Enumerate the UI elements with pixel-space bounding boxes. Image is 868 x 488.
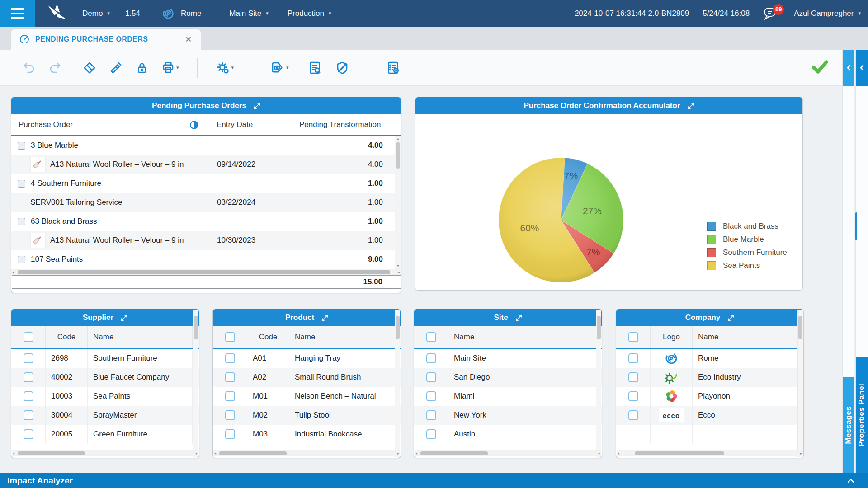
column-purchase-order[interactable]: Purchase Order — [11, 114, 209, 135]
row-checkbox[interactable] — [426, 410, 436, 420]
table-row[interactable] — [616, 425, 803, 444]
user-menu[interactable]: Azul Campregher▾ — [794, 9, 861, 18]
select-all-checkbox[interactable] — [24, 332, 33, 342]
column-pending-transformation[interactable]: Pending Transformation — [289, 114, 401, 135]
company-logo-icon[interactable] — [162, 7, 175, 20]
row-checkbox[interactable] — [24, 372, 33, 382]
pending-row[interactable]: −63 Black and Brass1.00 — [11, 212, 401, 231]
table-row[interactable]: 10003Sea Paints — [11, 387, 199, 406]
table-row[interactable]: 40002Blue Faucet Company — [11, 368, 199, 387]
column-code[interactable]: Code — [247, 326, 289, 348]
expand-panel-icon[interactable] — [727, 314, 734, 321]
confirm-button[interactable] — [809, 59, 831, 76]
row-checkbox[interactable] — [24, 410, 33, 420]
tab-close-icon[interactable]: ✕ — [183, 34, 194, 45]
table-row[interactable]: San Diego — [414, 368, 602, 387]
row-checkbox[interactable] — [24, 429, 33, 439]
select-all-checkbox[interactable] — [426, 332, 436, 342]
vertical-scrollbar[interactable] — [596, 310, 601, 457]
environment-selector[interactable]: Demo▾ — [82, 9, 110, 18]
row-checkbox[interactable] — [24, 391, 33, 401]
pending-row[interactable]: −107 Sea Paints9.00 — [11, 250, 401, 269]
collapse-properties-button[interactable] — [856, 50, 868, 86]
table-row[interactable]: New York — [414, 406, 602, 425]
column-code[interactable]: Code — [46, 326, 88, 348]
row-checkbox[interactable] — [225, 429, 235, 439]
row-checkbox[interactable] — [628, 391, 638, 401]
table-row[interactable]: M01Nelson Bench – Natural — [213, 387, 401, 406]
table-row[interactable]: 20005Green Furniture — [11, 425, 199, 444]
table-row[interactable]: Miami — [414, 387, 602, 406]
undo-button[interactable] — [20, 59, 38, 76]
table-row[interactable]: M03Industrial Bookcase — [213, 425, 401, 444]
table-row[interactable]: eccoEcco — [616, 406, 803, 425]
vertical-scrollbar[interactable]: ▲▼ — [395, 136, 401, 269]
expand-panel-icon[interactable] — [121, 314, 127, 321]
table-row[interactable]: M02Tulip Stool — [213, 406, 401, 425]
row-checkbox[interactable] — [426, 353, 436, 363]
expand-panel-icon[interactable] — [254, 103, 260, 109]
collapse-messages-button[interactable] — [843, 50, 854, 86]
pending-row[interactable]: −4 Southern Furniture1.00 — [11, 174, 401, 193]
design-button[interactable] — [107, 59, 124, 76]
pending-row[interactable]: −3 Blue Marble4.00 — [11, 136, 401, 155]
vertical-scrollbar[interactable] — [797, 310, 803, 457]
table-row[interactable]: 30004SprayMaster — [11, 406, 199, 425]
group-toggle-icon[interactable] — [189, 120, 199, 130]
lock-button[interactable] — [133, 59, 151, 76]
rail-resize-handle[interactable] — [855, 212, 857, 240]
cancel-list-button[interactable] — [384, 59, 402, 77]
privacy-shield-button[interactable] — [333, 59, 351, 77]
expand-panel-icon[interactable] — [688, 103, 694, 109]
horizontal-scrollbar[interactable]: ◂▸ — [617, 450, 803, 456]
app-logo-bird-icon[interactable] — [46, 4, 67, 23]
views-button[interactable]: ▾ — [269, 59, 291, 77]
site-selector[interactable]: Main Site▾ — [229, 9, 268, 18]
messages-tab[interactable]: Messages — [843, 377, 854, 473]
chevron-up-icon[interactable] — [847, 479, 854, 483]
row-checkbox[interactable] — [24, 353, 33, 363]
column-name[interactable]: Name — [693, 326, 797, 348]
vertical-scrollbar[interactable] — [193, 310, 198, 457]
expand-panel-icon[interactable] — [515, 314, 522, 321]
redo-button[interactable] — [47, 59, 64, 76]
column-entry-date[interactable]: Entry Date — [209, 114, 289, 135]
table-row[interactable]: Rome — [616, 349, 803, 368]
table-row[interactable]: A02Small Round Brush — [213, 368, 401, 387]
row-checkbox[interactable] — [426, 429, 436, 439]
row-checkbox[interactable] — [426, 391, 436, 401]
vertical-scrollbar[interactable] — [395, 310, 400, 457]
impact-analyzer-bar[interactable]: Impact Analyzer — [0, 473, 868, 488]
pending-row[interactable]: A13 Natural Wool Roller – Velour – 9 in1… — [11, 231, 401, 250]
notifications-button[interactable]: 89 — [763, 7, 779, 20]
print-button[interactable]: ▾ — [160, 59, 181, 76]
table-row[interactable]: Playonon — [616, 387, 803, 406]
column-name[interactable]: Name — [448, 326, 595, 348]
legend-item[interactable]: Sea Paints — [707, 261, 787, 270]
column-name[interactable]: Name — [88, 326, 193, 348]
settings-button[interactable]: ▾ — [214, 59, 236, 77]
horizontal-scrollbar[interactable]: ◂▸ — [11, 269, 401, 275]
horizontal-scrollbar[interactable]: ◂▸ — [213, 450, 400, 456]
legend-item[interactable]: Blue Marble — [707, 235, 787, 244]
row-checkbox[interactable] — [426, 372, 436, 382]
table-row[interactable]: Eco Industry — [616, 368, 803, 387]
row-checkbox[interactable] — [225, 410, 235, 420]
expand-panel-icon[interactable] — [321, 314, 328, 321]
properties-panel-tab[interactable]: Properties Panel — [856, 357, 868, 473]
collapse-group-button[interactable]: − — [18, 218, 25, 225]
collapse-group-button[interactable]: − — [18, 256, 25, 263]
pending-row[interactable]: SERV001 Tailoring Service03/22/20241.00 — [11, 193, 401, 212]
row-checkbox[interactable] — [225, 372, 235, 382]
select-all-checkbox[interactable] — [628, 332, 638, 342]
row-checkbox[interactable] — [628, 410, 638, 420]
select-all-checkbox[interactable] — [225, 332, 235, 342]
legend-item[interactable]: Southern Furniture — [707, 248, 787, 257]
mode-selector[interactable]: Production▾ — [288, 9, 331, 18]
collapse-group-button[interactable]: − — [18, 180, 25, 188]
row-checkbox[interactable] — [628, 372, 638, 382]
horizontal-scrollbar[interactable]: ◂▸ — [12, 450, 198, 456]
horizontal-scrollbar[interactable]: ◂▸ — [415, 450, 601, 456]
pending-row[interactable]: A13 Natural Wool Roller – Velour – 9 in0… — [11, 155, 401, 174]
tab-pending-purchase-orders[interactable]: PENDING PURCHASE ORDERS ✕ — [11, 29, 201, 50]
